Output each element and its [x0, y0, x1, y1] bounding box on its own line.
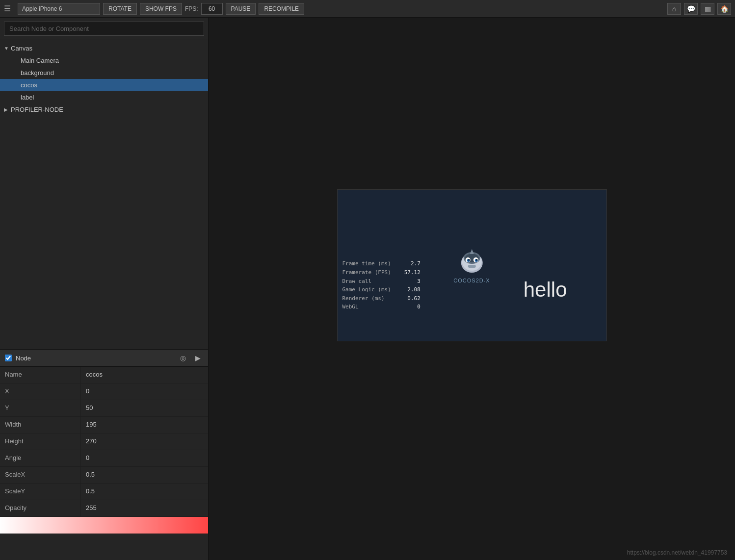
menu-icon[interactable]: ☰ — [4, 4, 11, 13]
props-circle-button[interactable]: ◎ — [178, 353, 188, 363]
game-canvas: COCOS2D-X Frame time (ms) 2.7 Framerate … — [337, 189, 607, 341]
prop-label: ScaleY — [0, 484, 81, 500]
color-preview[interactable] — [0, 517, 208, 534]
tree-item-canvas[interactable]: ▼ Canvas — [0, 42, 208, 54]
prop-value[interactable]: 0.5 — [81, 484, 208, 500]
home-icon-button[interactable]: ⌂ — [667, 3, 681, 15]
recompile-button[interactable]: RECOMPILE — [259, 3, 304, 15]
prop-label: Angle — [0, 450, 81, 466]
prop-row: Opacity 255 — [0, 500, 208, 517]
prop-label: ScaleX — [0, 467, 81, 483]
stats-key: Game Logic (ms) — [342, 285, 391, 294]
canvas-label: Canvas — [11, 45, 32, 52]
stats-key: Frame time (ms) — [342, 259, 391, 268]
prop-label: X — [0, 383, 81, 400]
prop-value[interactable]: 0.5 — [81, 467, 208, 483]
node-enabled-checkbox[interactable] — [5, 355, 12, 361]
properties-panel: Node ◎ ▶ Name cocos X 0 Y 50 Width 195 H… — [0, 349, 208, 560]
prop-row: X 0 — [0, 383, 208, 400]
tree-item-background[interactable]: background — [0, 67, 208, 79]
prop-label: Width — [0, 417, 81, 433]
fps-input[interactable] — [201, 3, 223, 15]
stats-key: Draw call — [342, 277, 372, 286]
stats-val: 0 — [401, 303, 420, 311]
stats-val: 3 — [401, 277, 420, 286]
prop-row: Y 50 — [0, 400, 208, 417]
stats-key: Renderer (ms) — [342, 294, 385, 303]
stats-val: 2.08 — [401, 285, 420, 294]
rotate-button[interactable]: ROTATE — [103, 3, 137, 15]
stats-key: Framerate (FPS) — [342, 268, 391, 277]
profiler-arrow: ▶ — [4, 107, 11, 112]
main-area: ▼ Canvas Main Camera background cocos la… — [0, 18, 735, 560]
tree-item-cocos[interactable]: cocos — [0, 79, 208, 91]
canvas-arrow: ▼ — [4, 46, 11, 51]
prop-label: Name — [0, 367, 81, 383]
svg-point-8 — [468, 259, 470, 261]
stats-val: 0.62 — [401, 294, 420, 303]
stats-val: 57.12 — [401, 268, 420, 277]
house-icon-button[interactable]: 🏠 — [717, 3, 731, 15]
prop-row: Height 270 — [0, 433, 208, 450]
device-selector[interactable] — [18, 3, 100, 15]
prop-label: Y — [0, 400, 81, 416]
svg-rect-10 — [468, 265, 476, 268]
prop-row: ScaleY 0.5 — [0, 484, 208, 500]
prop-value[interactable]: 195 — [81, 417, 208, 433]
stats-row: Frame time (ms) 2.7 — [342, 259, 420, 268]
stats-overlay: Frame time (ms) 2.7 Framerate (FPS) 57.1… — [342, 259, 420, 311]
cocos-logo: COCOS2D-X — [453, 247, 490, 283]
prop-value[interactable]: 0 — [81, 383, 208, 400]
props-play-button[interactable]: ▶ — [192, 353, 203, 363]
tree-item-label[interactable]: label — [0, 91, 208, 103]
show-fps-button[interactable]: SHOW FPS — [140, 3, 182, 15]
main-camera-label: Main Camera — [21, 57, 59, 64]
stats-row: Renderer (ms) 0.62 — [342, 294, 420, 303]
stats-row: Game Logic (ms) 2.08 — [342, 285, 420, 294]
search-box — [0, 18, 208, 40]
label-label: label — [21, 94, 34, 101]
hello-text: hello — [524, 278, 567, 302]
stats-row: Framerate (FPS) 57.12 — [342, 268, 420, 277]
prop-value[interactable]: 255 — [81, 500, 208, 516]
footer-url: https://blog.csdn.net/weixin_41997753 — [627, 549, 727, 556]
prop-label: Opacity — [0, 500, 81, 516]
search-input[interactable] — [4, 22, 204, 36]
pause-button[interactable]: PAUSE — [226, 3, 256, 15]
prop-row: Name cocos — [0, 367, 208, 383]
stats-row: WebGL 0 — [342, 303, 420, 311]
cocos-label: cocos — [21, 81, 37, 89]
tree-item-profiler[interactable]: ▶ PROFILER-NODE — [0, 103, 208, 116]
prop-color-row — [0, 517, 208, 534]
prop-value[interactable]: 0 — [81, 450, 208, 466]
prop-row: Width 195 — [0, 417, 208, 433]
left-panel: ▼ Canvas Main Camera background cocos la… — [0, 18, 209, 560]
prop-row: Angle 0 — [0, 450, 208, 467]
cocos-head-svg — [457, 247, 487, 277]
viewport[interactable]: COCOS2D-X Frame time (ms) 2.7 Framerate … — [209, 18, 735, 560]
profiler-label: PROFILER-NODE — [11, 106, 63, 113]
stats-key: WebGL — [342, 303, 359, 311]
svg-point-9 — [476, 259, 477, 261]
svg-marker-11 — [470, 249, 474, 254]
prop-value[interactable]: 50 — [81, 400, 208, 416]
fps-label: FPS: — [185, 5, 198, 12]
props-table: Name cocos X 0 Y 50 Width 195 Height 270… — [0, 367, 208, 560]
prop-value[interactable]: 270 — [81, 433, 208, 450]
chat-icon-button[interactable]: 💬 — [684, 3, 698, 15]
background-label: background — [21, 69, 54, 76]
scene-tree: ▼ Canvas Main Camera background cocos la… — [0, 40, 208, 349]
top-bar: ☰ ROTATE SHOW FPS FPS: PAUSE RECOMPILE ⌂… — [0, 0, 735, 18]
prop-label: Height — [0, 433, 81, 450]
props-title: Node — [16, 355, 174, 362]
tree-item-main-camera[interactable]: Main Camera — [0, 54, 208, 67]
grid-icon-button[interactable]: ▦ — [701, 3, 714, 15]
prop-row: ScaleX 0.5 — [0, 467, 208, 484]
stats-val: 2.7 — [401, 259, 420, 268]
prop-value[interactable]: cocos — [81, 367, 208, 383]
props-header: Node ◎ ▶ — [0, 350, 208, 367]
stats-row: Draw call 3 — [342, 277, 420, 286]
cocos-brand-label: COCOS2D-X — [453, 278, 490, 283]
